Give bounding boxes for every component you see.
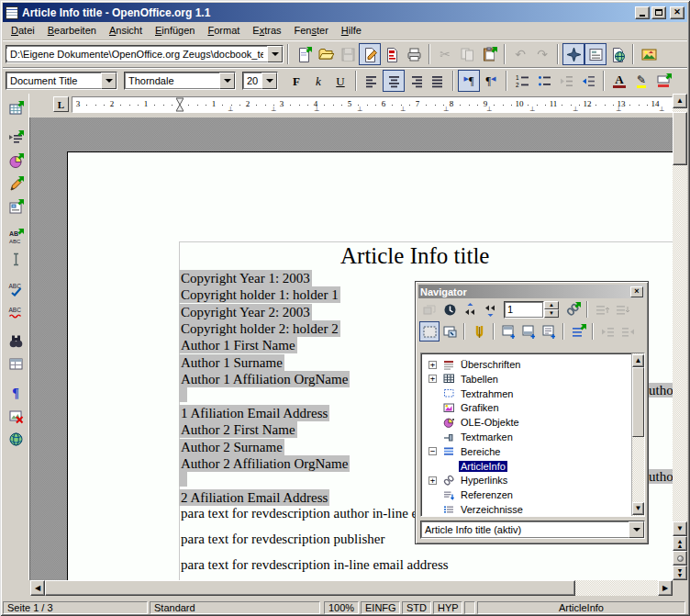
style-dropdown-button[interactable] [101,73,117,89]
paste-button[interactable] [478,43,500,65]
scroll-down-button[interactable]: ▼ [673,521,687,536]
data-sources-button[interactable] [5,353,28,375]
direct-cursor-button[interactable] [5,248,28,271]
anchor-text-button[interactable] [469,321,489,342]
status-insert-mode[interactable]: EINFG [361,601,400,614]
field-line[interactable]: Author 1 Affiliation OrgName [179,371,350,387]
cut-button[interactable]: ✂ [434,43,456,65]
tree-item-textmarken[interactable]: Textmarken [421,430,644,444]
vertical-scrollbar[interactable]: ▲ ▼ ▲ ▲ ▼ ▼ [673,94,687,580]
tree-item-label[interactable]: OLE-Objekte [459,417,521,428]
draw-functions-button[interactable] [5,173,28,196]
demote-level-button[interactable] [618,321,638,342]
collapse-icon[interactable]: − [428,447,437,455]
highlighting-button[interactable]: ✎ [630,70,652,92]
status-current-section[interactable]: ArticleInfo [477,601,685,614]
minimize-button[interactable] [635,6,650,19]
field-line[interactable]: Author 1 First Name [179,337,297,353]
demote-chapter-button[interactable] [612,299,632,319]
tree-item-bereiche[interactable]: −Bereiche [421,444,644,459]
page-number-spinner[interactable]: ▲▼ [504,301,559,319]
tree-item-oleobjekte[interactable]: OLE-Objekte [421,415,644,430]
bullet-list-button[interactable] [533,70,555,92]
close-button[interactable]: ✕ [670,6,684,19]
hyperlink-dialog-button[interactable] [607,43,629,65]
promote-chapter-button[interactable] [592,299,612,319]
autotext-button[interactable]: ABABC [5,225,28,248]
font-color-button[interactable]: A [608,70,630,92]
insert-object-button[interactable] [5,150,28,173]
stylist-toggle-button[interactable] [584,43,607,65]
navigation-button[interactable] [440,299,460,319]
previous-page-button[interactable]: ▲ ▲ [673,536,687,551]
bold-button[interactable]: F [285,70,307,92]
tree-item-grafiken[interactable]: Grafiken [421,400,644,415]
status-page-number[interactable]: Seite 1 / 3 [3,601,148,614]
find-replace-button[interactable] [5,330,28,353]
horizontal-scrollbar[interactable] [45,580,658,596]
graphics-on-off-button[interactable] [5,405,28,428]
promote-level-button[interactable] [597,321,618,342]
url-dropdown-button[interactable] [267,46,283,62]
tree-item-label[interactable]: Tabellen [459,374,500,385]
underline-button[interactable]: U [329,70,351,92]
navigator-window[interactable]: Navigator × ▲▼ ▲ ▼ +Überschriften+Tabell… [415,281,649,544]
tree-item-berschriften[interactable]: +Überschriften [421,357,644,372]
align-left-button[interactable] [361,70,383,92]
justify-button[interactable] [427,70,449,92]
scroll-up-button[interactable]: ▲ [673,94,687,108]
font-name-combobox[interactable]: Thorndale [124,72,236,90]
online-layout-button[interactable] [5,428,28,451]
tree-item-articleinfo[interactable]: ArticleInfo [421,459,644,474]
spin-down-button[interactable]: ▼ [544,309,559,318]
export-pdf-button[interactable] [381,43,403,65]
tree-item-hyperlinks[interactable]: +Hyperlinks [421,473,644,487]
tab-selector-button[interactable]: L [53,96,69,112]
print-file-button[interactable] [403,43,425,65]
next-page-button[interactable]: ▼ ▼ [673,566,687,580]
navigator-document-combobox[interactable]: Article Info title (aktiv) [420,521,645,539]
tree-item-textrahmen[interactable]: Textrahmen [421,386,644,401]
navigator-toggle-button[interactable] [562,43,584,65]
font-size-combobox[interactable]: 20 [242,72,278,90]
align-center-button[interactable] [383,70,405,92]
field-line[interactable]: Author 2 First Name [179,421,297,438]
toggle-button[interactable] [419,299,440,319]
scroll-right-button[interactable]: ▶ [658,580,673,596]
clipped-field-fragment[interactable]: utho [649,383,673,398]
tree-item-label[interactable]: Textrahmen [459,388,515,399]
copy-button[interactable] [456,43,478,65]
menu-bearbeiten[interactable]: Bearbeiten [41,23,103,39]
scroll-left-button[interactable]: ◀ [30,580,45,596]
menu-ansicht[interactable]: Ansicht [103,23,149,39]
insert-table-button[interactable] [5,97,28,120]
status-selection-mode[interactable]: STD [402,601,431,614]
indent-marker[interactable] [176,97,184,112]
field-line[interactable] [179,472,187,487]
increase-indent-button[interactable] [577,70,599,92]
paragraph-background-button[interactable] [652,70,674,92]
anchor-toggle-button[interactable] [539,321,559,342]
menu-format[interactable]: Format [201,23,246,39]
status-zoom-level[interactable]: 100% [324,601,359,614]
tree-item-label[interactable]: ArticleInfo [459,461,507,472]
status-hyperlink-mode[interactable]: HYP [433,601,462,614]
url-combobox[interactable] [6,45,284,63]
insert-button[interactable] [5,127,28,150]
status-page-style[interactable]: Standard [150,601,320,614]
paragraph-line[interactable]: para text for revdescription publisher [179,531,386,547]
left-to-right-button[interactable]: ▶¶ [458,70,480,92]
field-line[interactable]: Copyright Year 2: 2003 [179,304,312,320]
nonprinting-characters-button[interactable]: ¶ [5,382,28,405]
redo-button[interactable]: ↷ [531,43,553,65]
tree-item-tabellen[interactable]: +Tabellen [421,372,644,386]
paragraph-line[interactable]: para text for revdescription in-line ema… [179,556,451,573]
field-line[interactable]: 1 Afiliation Email Address [179,405,329,421]
status-modified-flag[interactable] [464,601,475,614]
menu-fenster[interactable]: Fenster [288,23,335,39]
expand-icon[interactable]: + [428,375,437,383]
field-line[interactable]: Copyright holder 2: holder 2 [179,320,340,337]
title-bar[interactable]: Article Info title - OpenOffice.org 1.1 … [3,3,687,22]
content-view-button[interactable] [419,321,440,342]
field-line[interactable]: Author 2 Affiliation OrgName [179,455,350,472]
